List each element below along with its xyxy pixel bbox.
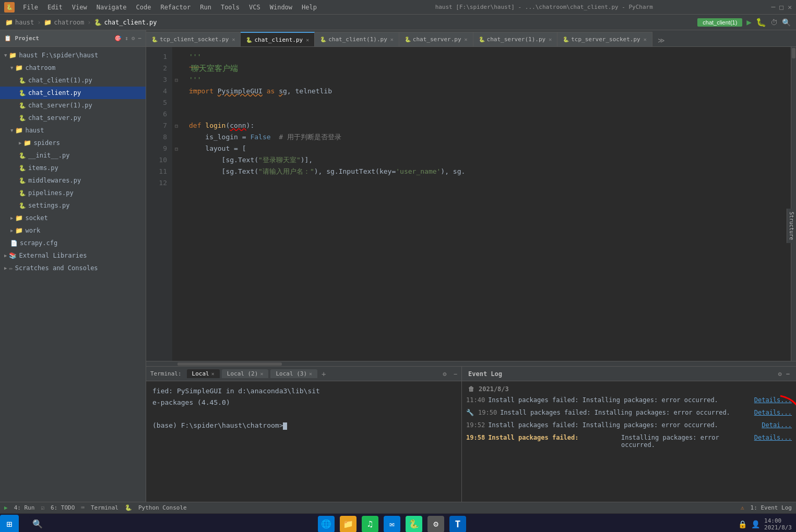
breadcrumb-file[interactable]: 🐍 chat_client.py	[94, 19, 157, 26]
minimize-terminal-icon[interactable]: −	[454, 370, 457, 378]
tab-chat-server1[interactable]: 🐍 chat_server(1).py ✕	[473, 32, 558, 46]
taskbar-windows-button[interactable]: ⊞	[0, 515, 19, 533]
code-content[interactable]: ''' 〜〜〜 聊天室客户端 ''' 〜〜〜	[181, 47, 791, 361]
sidebar-item-chat-server1[interactable]: 🐍 chat_server(1).py	[0, 99, 146, 112]
sidebar-item-scrapy-cfg[interactable]: 📄 scrapy.cfg	[0, 237, 146, 249]
tab-close-tcp-client-socket[interactable]: ✕	[232, 37, 235, 42]
sidebar-item-chat-server[interactable]: 🐍 chat_server.py	[0, 112, 146, 124]
sidebar-item-scratches[interactable]: ▶ ✏ Scratches and Consoles	[0, 262, 146, 274]
event-icon-trash[interactable]: 🗑	[468, 385, 474, 393]
menu-view[interactable]: View	[68, 3, 91, 12]
menu-window[interactable]: Window	[266, 3, 296, 12]
sidebar-item-work[interactable]: ▶ 📁 work	[0, 224, 146, 237]
tab-close-chat-server[interactable]: ✕	[465, 37, 468, 42]
menu-navigate[interactable]: Navigate	[92, 3, 131, 12]
sidebar-item-external-libs[interactable]: ▶ 📚 External Libraries	[0, 249, 146, 262]
scroll-icon[interactable]: ↕	[125, 35, 128, 42]
breadcrumb-haust[interactable]: haust	[15, 19, 34, 26]
event-log-minimize-icon[interactable]: −	[786, 370, 790, 378]
terminal-tab-local-close[interactable]: ✕	[211, 371, 215, 377]
sidebar-item-haust-sub[interactable]: ▼ 📁 haust	[0, 124, 146, 137]
scope-icon[interactable]: 🎯	[114, 35, 122, 42]
tab-chat-client1[interactable]: 🐍 chat_client(1).py ✕	[315, 32, 399, 46]
run-icon[interactable]: ▶	[746, 17, 752, 27]
sidebar-item-haust-root[interactable]: ▼ 📁 haust F:\spider\haust	[0, 49, 146, 62]
fold-btn-9[interactable]: ⊟	[172, 143, 181, 154]
status-run-label[interactable]: 4: Run	[14, 504, 35, 511]
taskbar-edge-icon[interactable]: 🌐	[318, 516, 335, 533]
terminal-tab-local3-close[interactable]: ✕	[309, 371, 312, 377]
terminal-tab-local3[interactable]: Local (3) ✕	[270, 369, 317, 378]
sidebar-item-spiders[interactable]: ▶ 📁 spiders	[0, 137, 146, 149]
tab-tcp-server-socket[interactable]: 🐍 tcp_server_socket.py ✕	[557, 32, 652, 46]
tab-close-chat-client[interactable]: ✕	[306, 37, 309, 43]
menu-code[interactable]: Code	[132, 3, 156, 12]
menu-refactor[interactable]: Refactor	[156, 3, 195, 12]
terminal-settings-icon[interactable]: ⚙ −	[443, 370, 457, 378]
terminal-tab-bar: Terminal: Local ✕ Local (2) ✕ Local (3) …	[146, 367, 461, 381]
hide-icon[interactable]: −	[138, 35, 141, 42]
status-event-log-label[interactable]: 1: Event Log	[751, 504, 792, 511]
fold-btn-7[interactable]: ⊟	[172, 120, 181, 131]
run-button[interactable]: chat_client(1)	[697, 18, 742, 27]
scroll-thumb[interactable]	[792, 48, 795, 58]
profile-icon[interactable]: ⏱	[770, 18, 778, 27]
code-editor[interactable]: 1 2 3 4 5 6 7 8 9 10 11 12 ⊟	[146, 47, 796, 361]
tab-close-chat-client1[interactable]: ✕	[390, 37, 394, 42]
tab-chat-client[interactable]: 🐍 chat_client.py ✕	[241, 32, 315, 46]
terminal-tab-local2[interactable]: Local (2) ✕	[222, 369, 269, 378]
sidebar-item-chat-client1[interactable]: 🐍 chat_client(1).py	[0, 74, 146, 87]
gear-icon[interactable]: ⚙	[132, 35, 135, 42]
taskbar-pycharm-icon[interactable]: 🐍	[406, 516, 422, 533]
terminal-tab-local[interactable]: Local ✕	[187, 369, 220, 378]
sidebar-item-settings[interactable]: 🐍 settings.py	[0, 199, 146, 212]
taskbar-search[interactable]: 🔍	[29, 516, 46, 533]
status-todo-label[interactable]: 6: TODO	[51, 504, 75, 511]
minimize-btn[interactable]: ─	[771, 3, 776, 11]
event-log-content: 🗑 2021/8/3 11:40 Install packages failed…	[462, 381, 796, 502]
taskbar-t-icon[interactable]: T	[449, 516, 466, 533]
sidebar-item-items[interactable]: 🐍 items.py	[0, 162, 146, 174]
sidebar-item-chatroom[interactable]: ▼ 📁 chatroom	[0, 62, 146, 74]
terminal-tab-local2-close[interactable]: ✕	[260, 371, 263, 377]
sidebar-item-init[interactable]: 🐍 __init__.py	[0, 149, 146, 162]
tab-close-tcp-server-socket[interactable]: ✕	[644, 37, 647, 42]
code-line-12	[181, 177, 791, 189]
tab-overflow-menu[interactable]: ≫	[654, 34, 669, 46]
terminal-add-tab[interactable]: +	[319, 370, 328, 378]
menu-help[interactable]: Help	[298, 3, 321, 12]
menu-file[interactable]: File	[19, 3, 42, 12]
py-file-icon: 🐍	[19, 115, 26, 122]
menu-edit[interactable]: Edit	[43, 3, 67, 12]
menu-vcs[interactable]: VCS	[245, 3, 265, 12]
debug-icon[interactable]: 🐛	[756, 17, 766, 27]
tab-close-chat-server1[interactable]: ✕	[549, 37, 552, 42]
status-python-console-label[interactable]: Python Console	[138, 504, 187, 511]
structure-panel-tab[interactable]: Structure	[787, 209, 796, 243]
menu-run[interactable]: Run	[196, 3, 216, 12]
status-terminal-label[interactable]: Terminal	[91, 504, 118, 511]
sidebar-item-pipelines[interactable]: 🐍 pipelines.py	[0, 187, 146, 199]
tab-tcp-client-socket[interactable]: 🐍 tcp_client_socket.py ✕	[146, 32, 241, 46]
search-icon[interactable]: 🔍	[782, 18, 791, 27]
horizontal-scrollbar[interactable]	[146, 361, 796, 366]
terminal-content[interactable]: fied: PySimpleGUI in d:\anaconda3\lib\si…	[146, 381, 461, 502]
maximize-btn[interactable]: □	[779, 3, 783, 11]
editor-scrollbar[interactable]	[791, 47, 796, 361]
sidebar-item-socket[interactable]: ▶ 📁 socket	[0, 212, 146, 224]
sidebar-item-middlewares[interactable]: 🐍 middlewares.py	[0, 174, 146, 187]
menu-tools[interactable]: Tools	[217, 3, 244, 12]
event-log-settings-icon[interactable]: ⚙	[778, 370, 782, 378]
sidebar-label: scrapy.cfg	[20, 239, 57, 247]
close-btn[interactable]: ✕	[788, 3, 792, 11]
breadcrumb-chatroom[interactable]: 📁 chatroom	[44, 19, 84, 26]
breadcrumb-right: chat_client(1) ▶ 🐛 ⏱ 🔍	[697, 17, 791, 27]
taskbar-music-icon[interactable]: ♫	[362, 516, 378, 533]
taskbar-mail-icon[interactable]: ✉	[384, 516, 400, 533]
sidebar-item-chat-client[interactable]: 🐍 chat_client.py	[0, 87, 146, 99]
tab-chat-server[interactable]: 🐍 chat_server.py ✕	[399, 32, 473, 46]
taskbar-explorer-icon[interactable]: 📁	[340, 516, 357, 533]
taskbar-settings-icon[interactable]: ⚙	[427, 516, 444, 533]
h-scroll-thumb[interactable]	[177, 362, 282, 366]
terminal-line-4: (base) F:\spider\haust\chatroom>	[152, 420, 455, 431]
